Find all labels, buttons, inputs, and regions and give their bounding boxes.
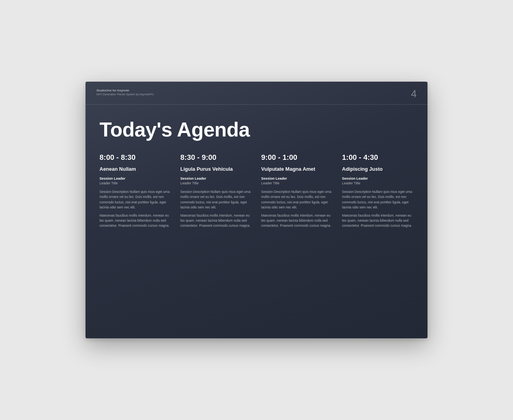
- description-3b: Maecenas faucibus mollis interdum. Aenea…: [261, 213, 333, 229]
- time-range-1: 8:00 - 8:30: [99, 153, 171, 162]
- agenda-item-2: 8:30 - 9:00 Ligula Purus Vehicula Sessio…: [180, 153, 252, 228]
- agenda-item-1: 8:00 - 8:30 Aenean Nullam Session Leader…: [99, 153, 171, 228]
- description-1a: Session Description Nullam quis risus eg…: [99, 189, 171, 210]
- session-title-1: Aenean Nullam: [99, 166, 171, 173]
- description-1b: Maecenas faucibus mollis interdum. Aenea…: [99, 213, 171, 229]
- description-4b: Maecenas faucibus mollis interdum. Aenea…: [342, 213, 414, 229]
- session-title-4: Adipiscing Justo: [342, 166, 414, 173]
- leader-role-1: Leader Title: [99, 181, 171, 186]
- description-4a: Session Description Nullam quis risus eg…: [342, 189, 414, 210]
- leader-name-3: Session Leader: [261, 177, 333, 181]
- header-title: StudioOne for Keynote: [96, 89, 154, 92]
- main-title: Today's Agenda: [99, 119, 414, 141]
- header-left: StudioOne for Keynote NXT-Generation The…: [96, 89, 154, 96]
- agenda-item-4: 1:00 - 4:30 Adipiscing Justo Session Lea…: [342, 153, 414, 228]
- leader-role-4: Leader Title: [342, 181, 414, 186]
- description-2b: Maecenas faucibus mollis interdum. Aenea…: [180, 213, 252, 229]
- session-title-2: Ligula Purus Vehicula: [180, 166, 252, 173]
- slide-number: 4: [411, 89, 417, 99]
- slide-header: StudioOne for Keynote NXT-Generation The…: [86, 82, 428, 105]
- leader-name-1: Session Leader: [99, 177, 171, 181]
- time-range-3: 9:00 - 1:00: [261, 153, 333, 162]
- session-title-3: Vulputate Magna Amet: [261, 166, 333, 173]
- leader-role-2: Leader Title: [180, 181, 252, 186]
- description-2a: Session Description Nullam quis risus eg…: [180, 189, 252, 210]
- leader-role-3: Leader Title: [261, 181, 333, 186]
- slide: StudioOne for Keynote NXT-Generation The…: [86, 82, 428, 338]
- time-range-2: 8:30 - 9:00: [180, 153, 252, 162]
- agenda-item-3: 9:00 - 1:00 Vulputate Magna Amet Session…: [261, 153, 333, 228]
- header-subtitle: NXT-Generation Theme System by KeynotePr…: [96, 93, 154, 96]
- description-3a: Session Description Nullam quis risus eg…: [261, 189, 333, 210]
- slide-content: Today's Agenda 8:00 - 8:30 Aenean Nullam…: [86, 105, 428, 239]
- agenda-grid: 8:00 - 8:30 Aenean Nullam Session Leader…: [99, 153, 414, 228]
- leader-name-4: Session Leader: [342, 177, 414, 181]
- leader-name-2: Session Leader: [180, 177, 252, 181]
- time-range-4: 1:00 - 4:30: [342, 153, 414, 162]
